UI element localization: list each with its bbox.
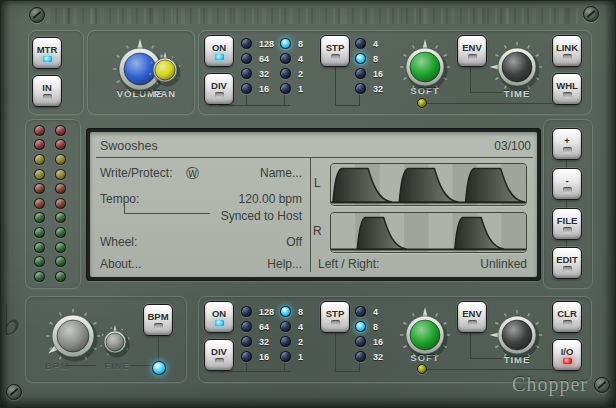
bpm-button-label: BPM (147, 312, 168, 321)
mtr-button[interactable]: MTR (32, 37, 62, 69)
lcd-divider-horizontal (96, 157, 533, 158)
wheel-value[interactable]: Off (150, 235, 302, 249)
wire (219, 371, 290, 372)
division-led (355, 38, 366, 49)
meter-led-green (55, 256, 66, 267)
division-value-label: 8 (298, 39, 303, 49)
division-value-label: 4 (298, 322, 303, 332)
on-button-bottom[interactable]: ON (204, 301, 234, 333)
io-button-label: I/O (561, 347, 574, 356)
waveform-display-left (330, 163, 527, 206)
env-button-bottom[interactable]: ENV (457, 301, 487, 333)
meter-led-yellow (34, 169, 45, 180)
stp-button-top[interactable]: STP (320, 35, 350, 67)
division-led-lit (355, 53, 366, 64)
fine-knob[interactable] (93, 320, 137, 364)
mtr-button-label: MTR (37, 45, 58, 54)
division-led-lit (355, 321, 366, 332)
waveform-display-right (330, 212, 527, 253)
meter-row (34, 196, 66, 211)
whl-button[interactable]: WHL (552, 73, 582, 105)
div-button-bottom[interactable]: DIV (204, 339, 234, 371)
led-row: 128 (241, 36, 274, 51)
divider-led-column-1-bottom: 128643216 (241, 304, 274, 364)
preset-minus-label: - (565, 176, 568, 185)
meter-row (34, 123, 66, 138)
preset-plus-button[interactable]: + (552, 128, 582, 160)
menu-item-about[interactable]: About... (100, 257, 141, 271)
meter-led-rust (55, 183, 66, 194)
menu-item-help[interactable]: Help... (150, 257, 302, 271)
bpm-button[interactable]: BPM (143, 304, 173, 336)
time-knob-bottom[interactable] (485, 303, 549, 367)
screw-bottom-right (594, 377, 610, 393)
preset-title[interactable]: Swooshes (100, 139, 158, 153)
tempo-value[interactable]: 120.00 bpm (150, 192, 302, 206)
edit-button-led (563, 266, 572, 272)
division-value-label: 32 (259, 69, 269, 79)
div-button-top[interactable]: DIV (204, 73, 234, 105)
brand-logo: Chopper (450, 373, 588, 396)
led-row: 16 (355, 334, 383, 349)
soft-knob-top[interactable] (393, 35, 457, 99)
division-value-label: 128 (259, 39, 274, 49)
division-led (280, 336, 291, 347)
wire (470, 333, 471, 358)
pan-knob[interactable] (142, 47, 188, 93)
clr-button[interactable]: CLR (552, 301, 582, 333)
channel-l-label: L (314, 176, 321, 190)
led-row: 4 (355, 36, 383, 51)
preset-plus-led (563, 147, 572, 153)
division-led (241, 351, 252, 362)
division-value-label: 32 (259, 337, 269, 347)
division-led (241, 306, 252, 317)
env-button-top[interactable]: ENV (457, 35, 487, 67)
tempo-sync-value[interactable]: Synced to Host (150, 209, 302, 223)
stp-button-label: STP (326, 309, 344, 318)
menu-item-name[interactable]: Name... (150, 166, 302, 180)
link-button[interactable]: LINK (552, 35, 582, 67)
file-button[interactable]: FILE (552, 208, 582, 240)
in-button-label: IN (42, 83, 52, 92)
led-row: 8 (355, 319, 383, 334)
division-led (280, 351, 291, 362)
division-value-label: 8 (298, 307, 303, 317)
division-value-label: 1 (298, 352, 303, 362)
soft-knob-bottom[interactable] (393, 303, 457, 367)
time-knob-top[interactable] (485, 35, 549, 99)
meter-led-rust (55, 198, 66, 209)
division-value-label: 32 (373, 84, 383, 94)
meter-led-red (34, 139, 45, 150)
decorative-waveform-strip (36, 8, 578, 24)
left-right-value[interactable]: Unlinked (400, 257, 527, 271)
division-value-label: 64 (259, 54, 269, 64)
io-button[interactable]: I/O (552, 339, 582, 371)
meter-led-green (34, 227, 45, 238)
clr-button-label: CLR (557, 309, 577, 318)
clr-button-led (563, 320, 572, 326)
preset-minus-button[interactable]: - (552, 168, 582, 200)
edit-button-label: EDIT (556, 255, 578, 264)
division-value-label: 8 (373, 54, 378, 64)
meter-led-red (55, 125, 66, 136)
preset-counter: 03/100 (430, 139, 531, 153)
whl-button-label: WHL (556, 81, 578, 90)
env-button-led (468, 320, 477, 326)
stp-button-led (331, 320, 340, 326)
edit-button[interactable]: EDIT (552, 247, 582, 279)
led-row: 4 (280, 51, 303, 66)
led-row: 16 (241, 81, 274, 96)
on-button-led (215, 320, 224, 326)
stp-button-bottom[interactable]: STP (320, 301, 350, 333)
on-button-top[interactable]: ON (204, 35, 234, 67)
step-led-column-bottom: 481632 (355, 304, 383, 364)
led-row: 64 (241, 51, 274, 66)
meter-led-green (34, 242, 45, 253)
led-row: 8 (280, 36, 303, 51)
division-led (241, 321, 252, 332)
division-value-label: 4 (373, 307, 378, 317)
led-row: 128 (241, 304, 274, 319)
div-button-label: DIV (211, 81, 227, 90)
in-button[interactable]: IN (32, 75, 62, 107)
meter-led-yellow (55, 154, 66, 165)
